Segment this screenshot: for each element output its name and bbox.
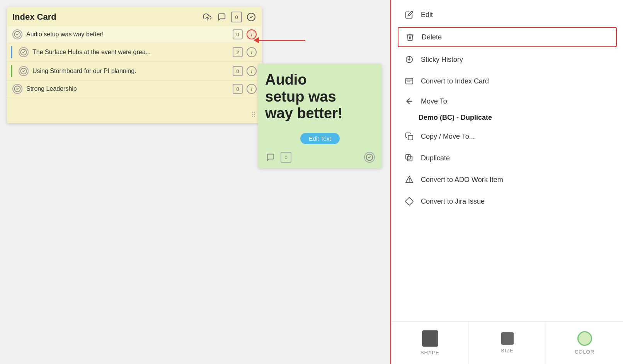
- color-label: COLOR: [575, 349, 594, 355]
- canvas-area: Index Card 0: [0, 0, 391, 364]
- svg-rect-15: [407, 156, 412, 161]
- edit-label: Edit: [421, 11, 433, 19]
- card-footer: ⠿: [7, 109, 262, 120]
- sticky-note: Audio setup was way better! Edit Text 0: [258, 64, 382, 168]
- context-menu: Edit Delete Sticky History: [392, 0, 623, 321]
- menu-item-convert-jira[interactable]: Convert to Jira Issue: [392, 191, 623, 212]
- ado-icon: [404, 174, 415, 185]
- menu-item-copy-move[interactable]: Copy / Move To...: [392, 126, 623, 147]
- history-icon: [404, 54, 415, 65]
- row-text: The Surface Hubs at the event were grea.…: [32, 49, 229, 56]
- pencil-icon: [404, 9, 415, 20]
- svg-point-20: [409, 181, 410, 182]
- row-count: 0: [233, 66, 243, 76]
- sticky-text: Audio setup was way better!: [265, 71, 375, 130]
- check-icon[interactable]: [12, 84, 22, 94]
- row-count: 2: [233, 47, 243, 57]
- sticky-footer-icons: 0: [265, 152, 291, 163]
- sticky-history-label: Sticky History: [421, 56, 463, 64]
- upload-icon[interactable]: [202, 12, 213, 22]
- shape-label: SHAPE: [420, 350, 439, 355]
- info-icon[interactable]: i: [247, 66, 257, 76]
- check-icon[interactable]: [19, 47, 29, 57]
- duplicate-label: Duplicate: [421, 154, 450, 162]
- index-card-icon: [404, 76, 415, 87]
- arrow-head: [254, 37, 259, 43]
- row-text: Audio setup was way better!: [26, 31, 229, 38]
- convert-jira-label: Convert to Jira Issue: [421, 197, 485, 206]
- arrow-left-icon: [404, 96, 415, 107]
- row-text: Using Stormboard for our PI planning.: [32, 68, 229, 75]
- copy-icon: [404, 131, 415, 142]
- size-icon: [501, 332, 514, 345]
- red-arrow: [254, 37, 305, 43]
- sticky-text-line2: setup was: [265, 88, 336, 105]
- sticky-count: 0: [281, 152, 291, 163]
- row-count: 0: [233, 29, 243, 39]
- index-card-title: Index Card: [12, 12, 56, 22]
- check-icon[interactable]: [19, 66, 29, 76]
- color-icon: [577, 331, 592, 346]
- card-row: Using Stormboard for our PI planning. 0 …: [7, 62, 262, 81]
- shape-icon: [422, 330, 438, 347]
- move-to-label: Move To:: [421, 97, 449, 105]
- right-panel: Edit Delete Sticky History: [391, 0, 623, 364]
- drag-dots-icon: ⠿: [251, 111, 257, 119]
- row-count: 0: [233, 84, 243, 94]
- row-text: Strong Leadership: [26, 85, 229, 92]
- menu-item-move-to[interactable]: Move To: Demo (BC) - Duplicate: [392, 92, 623, 126]
- accent-bar: [11, 46, 12, 58]
- index-card: Index Card 0: [7, 7, 262, 123]
- sticky-comment-icon[interactable]: [265, 152, 276, 163]
- index-card-header: Index Card 0: [7, 7, 262, 26]
- index-card-icons: 0: [202, 12, 257, 22]
- delete-label: Delete: [422, 33, 442, 41]
- menu-item-duplicate[interactable]: Duplicate: [392, 147, 623, 169]
- bottom-toolbar: SHAPE SIZE COLOR: [392, 321, 623, 364]
- duplicate-icon: [404, 153, 415, 163]
- accent-bar: [11, 65, 12, 77]
- svg-rect-10: [406, 78, 413, 84]
- sticky-text-line3: way better!: [265, 105, 343, 121]
- sticky-check-icon[interactable]: [364, 152, 375, 163]
- convert-index-label: Convert to Index Card: [421, 77, 489, 85]
- svg-rect-14: [408, 135, 413, 140]
- size-label: SIZE: [501, 348, 514, 354]
- info-icon[interactable]: i: [247, 47, 257, 57]
- convert-ado-label: Convert to ADO Work Item: [421, 176, 503, 184]
- toolbar-shape[interactable]: SHAPE: [392, 322, 469, 364]
- menu-item-convert-index[interactable]: Convert to Index Card: [392, 70, 623, 92]
- edit-text-button[interactable]: Edit Text: [300, 133, 339, 144]
- header-check-icon[interactable]: [246, 12, 257, 22]
- arrow-line: [259, 40, 305, 41]
- menu-item-edit[interactable]: Edit: [392, 4, 623, 26]
- svg-rect-21: [405, 197, 414, 206]
- sticky-text-line1: Audio: [265, 71, 307, 88]
- jira-icon: [404, 196, 415, 207]
- copy-move-label: Copy / Move To...: [421, 133, 475, 141]
- svg-rect-16: [406, 155, 410, 159]
- trash-icon: [405, 32, 415, 43]
- toolbar-size[interactable]: SIZE: [469, 322, 546, 364]
- menu-item-sticky-history[interactable]: Sticky History: [392, 49, 623, 70]
- toolbar-color[interactable]: COLOR: [546, 322, 623, 364]
- svg-point-8: [408, 58, 410, 61]
- card-row: Strong Leadership 0 i: [7, 81, 262, 97]
- check-icon[interactable]: [12, 29, 22, 39]
- move-to-destination: Demo (BC) - Duplicate: [419, 114, 492, 121]
- header-count: 0: [231, 12, 242, 22]
- info-icon[interactable]: i: [247, 84, 257, 94]
- card-row: Audio setup was way better! 0 i: [7, 26, 262, 43]
- menu-item-convert-ado[interactable]: Convert to ADO Work Item: [392, 169, 623, 191]
- card-row: The Surface Hubs at the event were grea.…: [7, 43, 262, 62]
- sticky-footer: 0: [265, 149, 375, 163]
- comment-icon[interactable]: [216, 12, 227, 22]
- menu-item-delete[interactable]: Delete: [398, 27, 617, 47]
